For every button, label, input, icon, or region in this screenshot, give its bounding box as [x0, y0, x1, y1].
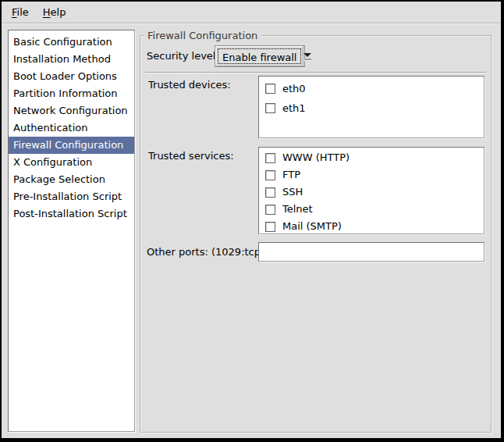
- frame-title: Firewall Configuration: [144, 30, 261, 41]
- sidebar-item-authentication[interactable]: Authentication: [9, 119, 134, 137]
- firewall-configuration-frame: Firewall Configuration Security level: E…: [140, 35, 492, 433]
- list-item-telnet[interactable]: Telnet: [259, 201, 484, 218]
- sidebar-item-installation-method[interactable]: Installation Method: [9, 51, 134, 68]
- checkbox-eth0[interactable]: [265, 84, 275, 94]
- trusted-services-label: Trusted services:: [148, 150, 234, 162]
- checkbox-label: WWW (HTTP): [282, 152, 350, 163]
- checkbox-ssh[interactable]: [265, 187, 275, 198]
- list-item-eth1[interactable]: eth1: [259, 98, 484, 118]
- other-ports-input[interactable]: [258, 242, 484, 262]
- security-level-label: Security level:: [147, 45, 219, 67]
- checkbox-label: eth0: [282, 84, 306, 94]
- checkbox-label: Mail (SMTP): [282, 221, 342, 232]
- trusted-devices-list: eth0eth1: [258, 76, 484, 138]
- sidebar-item-boot-loader-options[interactable]: Boot Loader Options: [9, 68, 134, 85]
- sidebar-item-basic-configuration[interactable]: Basic Configuration: [9, 34, 134, 51]
- checkbox-eth1[interactable]: [265, 103, 275, 113]
- dropdown-arrow-icon: [303, 46, 311, 66]
- checkbox-label: FTP: [282, 169, 300, 180]
- sidebar-item-partition-information[interactable]: Partition Information: [9, 85, 134, 102]
- menu-bar: FileHelp: [2, 2, 501, 23]
- checkbox-label: Telnet: [282, 204, 313, 215]
- other-ports-label: Other ports: (1029:tcp): [147, 242, 264, 262]
- list-item-www-http[interactable]: WWW (HTTP): [259, 149, 484, 166]
- checkbox-ftp[interactable]: [265, 170, 275, 180]
- sidebar-item-pre-installation-script[interactable]: Pre-Installation Script: [9, 188, 134, 205]
- list-item-eth0[interactable]: eth0: [259, 79, 484, 98]
- checkbox-www-http[interactable]: [265, 153, 275, 163]
- horizontal-separator: [145, 72, 486, 73]
- list-item-mail-smtp[interactable]: Mail (SMTP): [259, 218, 484, 234]
- sidebar-item-firewall-configuration[interactable]: Firewall Configuration: [9, 137, 134, 154]
- list-item-ssh[interactable]: SSH: [259, 184, 484, 201]
- sidebar-item-network-configuration[interactable]: Network Configuration: [9, 102, 134, 119]
- menu-item-file[interactable]: File: [5, 2, 36, 23]
- security-level-value: Enable firewall: [218, 48, 301, 64]
- checkbox-telnet[interactable]: [265, 205, 275, 215]
- trusted-services-list: WWW (HTTP)FTPSSHTelnetMail (SMTP): [258, 147, 484, 234]
- sidebar-item-package-selection[interactable]: Package Selection: [9, 171, 134, 188]
- checkbox-label: eth1: [282, 103, 306, 114]
- sidebar-item-post-installation-script[interactable]: Post-Installation Script: [9, 205, 134, 223]
- menu-item-help[interactable]: Help: [36, 2, 73, 23]
- list-item-ftp[interactable]: FTP: [259, 166, 484, 184]
- sidebar-section-list: Basic ConfigurationInstallation MethodBo…: [8, 30, 135, 432]
- trusted-devices-label: Trusted devices:: [148, 79, 231, 91]
- checkbox-mail-smtp[interactable]: [265, 222, 275, 232]
- checkbox-label: SSH: [282, 187, 303, 198]
- app-window: FileHelp Basic ConfigurationInstallation…: [0, 0, 504, 442]
- sidebar-item-x-configuration[interactable]: X Configuration: [9, 154, 134, 171]
- security-level-select[interactable]: Enable firewall: [215, 45, 305, 67]
